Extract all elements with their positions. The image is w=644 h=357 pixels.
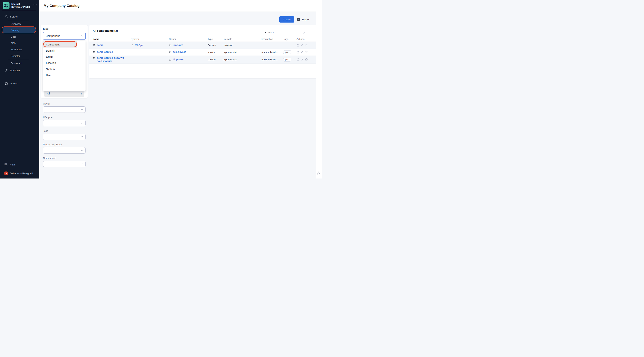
- page-title: My Company Catalog: [44, 4, 80, 8]
- system-link[interactable]: MLOps: [135, 44, 143, 46]
- right-rail: [316, 0, 322, 178]
- tag-chip[interactable]: java: [283, 58, 291, 62]
- edit-pencil-icon[interactable]: [301, 44, 304, 46]
- filter-group-owner: Owner: [43, 102, 86, 113]
- column-header-tags[interactable]: Tags: [283, 38, 296, 40]
- sidebar-item-overview[interactable]: Overview: [2, 22, 36, 26]
- entity-link[interactable]: demo-service-deba-wit hout-module: [97, 56, 126, 63]
- sidebar-item-docs[interactable]: Docs: [2, 34, 36, 39]
- column-header-system[interactable]: System: [131, 38, 169, 40]
- sidebar-item-label: Search: [10, 15, 18, 18]
- sidebar-item-label: DevTools: [10, 69, 20, 72]
- clear-filter-icon[interactable]: [303, 31, 306, 34]
- chevron-down-icon: [81, 149, 83, 152]
- filter-group-processing-status: Processing Status: [43, 143, 86, 154]
- column-header-lifecycle[interactable]: Lifecycle: [223, 38, 261, 40]
- my-company-all-row[interactable]: All 3: [44, 90, 84, 97]
- sidebar-item-apis[interactable]: APIs: [2, 40, 36, 46]
- edit-pencil-icon[interactable]: [301, 58, 304, 61]
- group-icon: [169, 44, 172, 47]
- component-chip-icon: [92, 51, 96, 54]
- owner-label: Owner: [43, 102, 86, 105]
- cell-type: service: [208, 58, 223, 61]
- cell-type: Service: [208, 44, 223, 46]
- sidebar-item-scorecard[interactable]: Scorecard: [2, 61, 36, 66]
- sidebar-item-label: Catalog: [10, 29, 20, 32]
- cell-lifecycle: Unknown: [223, 44, 261, 46]
- edit-pencil-icon[interactable]: [301, 51, 304, 54]
- namespace-select[interactable]: [43, 161, 86, 167]
- sidebar-item-devtools[interactable]: DevTools: [2, 68, 36, 73]
- lifecycle-select[interactable]: [43, 120, 86, 126]
- table-filter-input[interactable]: [268, 31, 301, 34]
- sidebar-item-label: Scorecard: [10, 62, 22, 65]
- table-row: demo-service-deba-wit hout-module idppla…: [89, 56, 316, 64]
- support-button[interactable]: ? Support: [297, 18, 310, 21]
- support-label: Support: [302, 18, 310, 21]
- divider: [8, 60, 30, 60]
- group-icon: [169, 58, 172, 61]
- sidebar-item-help[interactable]: ? Help: [2, 163, 15, 166]
- entity-link[interactable]: demo: [97, 44, 104, 46]
- table-header-row: Name System Owner Type Lifecycle Descrip…: [89, 36, 316, 42]
- open-in-new-icon[interactable]: [296, 44, 300, 47]
- kind-dropdown: Component Domain Group Location System U…: [43, 40, 86, 91]
- kind-select-value: Component: [46, 34, 60, 38]
- create-button[interactable]: Create: [279, 16, 294, 22]
- search-icon: [5, 15, 8, 18]
- column-header-owner[interactable]: Owner: [169, 38, 208, 40]
- question-circle-icon: ?: [297, 18, 300, 21]
- apps-grid-icon[interactable]: [33, 4, 37, 8]
- column-header-name[interactable]: Name: [92, 38, 131, 40]
- kind-option-domain[interactable]: Domain: [43, 48, 86, 54]
- chat-bubbles-icon[interactable]: [317, 171, 322, 175]
- kind-option-location[interactable]: Location: [43, 60, 86, 66]
- chevron-down-icon: [81, 108, 83, 111]
- owner-link[interactable]: unknown: [173, 44, 183, 46]
- filter-group-tags: Tags: [43, 130, 86, 140]
- kind-option-component[interactable]: Component: [43, 41, 76, 48]
- help-label: Help: [10, 163, 15, 166]
- sidebar-item-workflows[interactable]: Workflows: [2, 47, 36, 52]
- cell-lifecycle: experimental: [223, 58, 261, 61]
- logo-row[interactable]: Internal Developer Portal: [2, 2, 37, 9]
- owner-select[interactable]: [43, 106, 86, 113]
- kind-option-user[interactable]: User: [43, 72, 86, 78]
- main-content: Create ? Support Kind Component My Compa…: [39, 12, 316, 178]
- sidebar-item-admin[interactable]: Admin: [2, 81, 36, 86]
- divider: [2, 77, 36, 77]
- kind-option-system[interactable]: System: [43, 66, 86, 72]
- cell-lifecycle: experimental: [223, 51, 261, 54]
- app-root: Internal Developer Portal Search Overvie…: [0, 0, 322, 178]
- star-icon[interactable]: [305, 44, 308, 47]
- star-icon[interactable]: [305, 58, 308, 61]
- chevron-down-icon: [81, 163, 83, 165]
- kind-select[interactable]: Component: [43, 32, 86, 40]
- tags-select[interactable]: [43, 134, 86, 140]
- sidebar-item-register[interactable]: Register: [2, 54, 36, 58]
- owner-link[interactable]: ccmplayacc: [173, 50, 186, 53]
- components-table-card: All components (3) Name System Owner Typ…: [89, 25, 316, 78]
- help-chat-icon: ?: [4, 163, 8, 166]
- gear-icon: [5, 82, 8, 85]
- owner-link[interactable]: idpplayacc: [173, 58, 185, 61]
- avatar: DP: [4, 172, 8, 175]
- system-icon: [131, 44, 134, 47]
- open-in-new-icon[interactable]: [296, 58, 300, 61]
- group-icon: [169, 51, 172, 54]
- kind-option-group[interactable]: Group: [43, 54, 86, 60]
- user-menu[interactable]: DP Debabrata Panigrahi: [2, 172, 33, 175]
- portal-logo-icon: [2, 2, 10, 9]
- column-header-description[interactable]: Description: [261, 38, 283, 40]
- column-header-actions: Actions: [296, 38, 313, 40]
- sidebar-item-catalog[interactable]: Catalog: [2, 27, 36, 33]
- processing-status-select[interactable]: [43, 147, 86, 154]
- sidebar-item-label: APIs: [10, 42, 16, 44]
- open-in-new-icon[interactable]: [296, 51, 300, 54]
- sidebar-item-search[interactable]: Search: [2, 14, 36, 19]
- cell-description: pipeline build...: [261, 51, 283, 54]
- star-icon[interactable]: [305, 50, 308, 54]
- entity-link[interactable]: demo-service: [97, 50, 113, 53]
- column-header-type[interactable]: Type: [208, 38, 223, 40]
- tag-chip[interactable]: java: [283, 50, 291, 54]
